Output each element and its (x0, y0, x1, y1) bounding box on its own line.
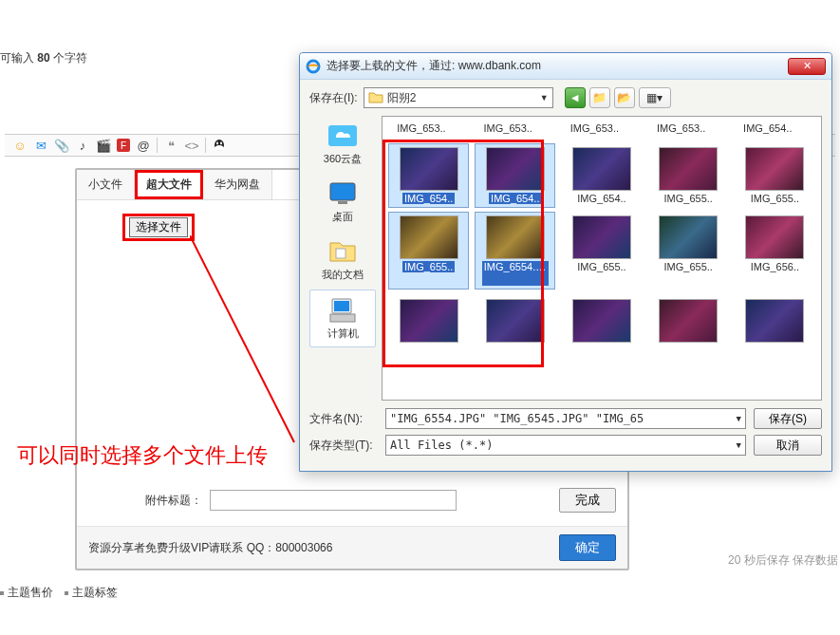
video-icon[interactable]: 🎬 (96, 138, 111, 153)
svg-rect-10 (336, 249, 345, 258)
back-button[interactable]: ◄ (565, 87, 586, 108)
file-list[interactable]: IMG_653..IMG_653..IMG_653..IMG_653..IMG_… (382, 116, 822, 401)
flash-icon[interactable]: F (117, 139, 130, 152)
file-thumbnail (486, 215, 545, 259)
dialog-titlebar[interactable]: 选择要上载的文件，通过: www.dbank.com ✕ (300, 53, 831, 80)
desktop-icon (327, 179, 359, 208)
vip-contact-text: 资源分享者免费升级VIP请联系 QQ：800003066 (88, 540, 332, 556)
computer-icon (327, 296, 359, 325)
file-thumbnail (745, 299, 804, 343)
sidebar-item-cloud[interactable]: 360云盘 (309, 116, 376, 172)
file-thumbnail (745, 215, 804, 259)
file-item[interactable]: IMG_654.. (561, 143, 642, 208)
tab-large-file[interactable]: 超大文件 (135, 170, 203, 199)
autosave-hint: 20 秒后保存 保存数据 (728, 552, 838, 569)
separator (205, 138, 206, 153)
choose-file-button[interactable]: 选择文件 (129, 217, 188, 237)
topic-price[interactable]: 主题售价 (0, 585, 53, 601)
attach-title-label: 附件标题： (145, 493, 202, 509)
file-item[interactable]: IMG_655.. (648, 143, 729, 208)
file-name-partial[interactable]: IMG_654.. (735, 122, 801, 134)
file-name-partial[interactable]: IMG_653.. (561, 122, 627, 134)
file-item[interactable] (561, 295, 642, 346)
svg-rect-13 (330, 314, 355, 322)
svg-point-1 (215, 145, 224, 151)
attachment-icon[interactable]: 📎 (54, 138, 69, 153)
qq-icon[interactable] (212, 138, 227, 153)
svg-point-3 (220, 142, 222, 145)
file-thumbnail (572, 147, 631, 191)
file-item[interactable]: IMG_6554.JPG (475, 212, 555, 289)
file-thumbnail (400, 147, 458, 191)
file-name-partial[interactable]: IMG_653.. (648, 122, 715, 134)
cancel-button[interactable]: 取消 (754, 435, 822, 456)
sidebar-item-mydocs[interactable]: 我的文档 (309, 232, 376, 288)
file-item[interactable]: IMG_654.. (388, 143, 469, 208)
places-sidebar: 360云盘 桌面 我的文档 计算机 (309, 116, 376, 401)
filename-input[interactable]: "IMG_6554.JPG" "IMG_6545.JPG" "IMG_65▼ (385, 408, 746, 429)
smile-icon[interactable]: ☺ (12, 138, 28, 153)
close-button[interactable]: ✕ (788, 58, 826, 75)
confirm-button[interactable]: 确定 (559, 534, 616, 561)
svg-rect-7 (330, 183, 355, 200)
file-name: IMG_655.. (663, 193, 715, 204)
file-item[interactable]: IMG_655.. (735, 143, 815, 208)
file-item[interactable] (388, 295, 469, 346)
sidebar-item-desktop[interactable]: 桌面 (309, 174, 376, 230)
file-open-dialog: 选择要上载的文件，通过: www.dbank.com ✕ 保存在(I): 阳朔2… (299, 52, 832, 472)
music-icon[interactable]: ♪ (75, 138, 90, 153)
file-item[interactable]: IMG_655.. (648, 212, 729, 289)
attach-title-input[interactable] (210, 490, 457, 511)
char-limit-hint: 可输入 80 个字符 (0, 50, 87, 66)
file-name: IMG_654.. (489, 193, 541, 204)
file-name-partial[interactable]: IMG_653.. (475, 122, 541, 134)
quote-icon[interactable]: ❝ (163, 138, 178, 153)
file-thumbnail (745, 147, 804, 191)
file-thumbnail (486, 299, 545, 343)
file-thumbnail (659, 147, 718, 191)
at-icon[interactable]: @ (136, 138, 151, 153)
tab-huawei-disk[interactable]: 华为网盘 (203, 170, 272, 199)
cloud-disk-icon (327, 121, 359, 150)
tab-small-file[interactable]: 小文件 (77, 170, 135, 199)
file-thumbnail (659, 215, 718, 259)
sidebar-item-computer[interactable]: 计算机 (309, 289, 376, 347)
file-name-partial[interactable]: IMG_653.. (388, 122, 455, 134)
code-icon[interactable]: <> (184, 138, 199, 153)
chevron-down-icon: ▼ (737, 414, 741, 423)
file-item[interactable]: IMG_654.. (475, 143, 555, 208)
topic-tags[interactable]: 主题标签 (65, 585, 118, 601)
save-button[interactable]: 保存(S) (754, 408, 822, 429)
file-item[interactable]: IMG_656.. (735, 212, 815, 289)
file-thumbnail (572, 215, 631, 259)
file-thumbnail (400, 215, 458, 259)
file-thumbnail (659, 299, 718, 343)
file-thumbnail (486, 147, 545, 191)
bottom-options: 主题售价 主题标签 (0, 585, 118, 601)
view-mode-button[interactable]: ▦▾ (639, 87, 671, 108)
done-button[interactable]: 完成 (559, 488, 616, 513)
file-item[interactable]: IMG_655.. (388, 212, 469, 289)
ie-icon (306, 59, 321, 74)
svg-rect-12 (334, 301, 349, 311)
file-name: IMG_655.. (402, 261, 455, 272)
folder-combo[interactable]: 阳朔2 ▼ (364, 87, 553, 108)
file-item[interactable] (735, 295, 815, 346)
svg-rect-9 (338, 201, 347, 204)
file-thumbnail (400, 299, 458, 343)
envelope-icon[interactable]: ✉ (33, 138, 48, 153)
file-item[interactable] (648, 295, 729, 346)
file-item[interactable] (475, 295, 555, 346)
choose-file-highlight: 选择文件 (122, 214, 195, 241)
up-folder-button[interactable]: 📁 (589, 87, 610, 108)
documents-icon (327, 237, 359, 266)
folder-icon (368, 90, 383, 105)
new-folder-button[interactable]: 📂 (614, 87, 635, 108)
file-name: IMG_654.. (402, 193, 455, 204)
dialog-title: 选择要上载的文件，通过: www.dbank.com (327, 58, 788, 74)
file-name: IMG_655.. (663, 261, 715, 272)
file-item[interactable]: IMG_655.. (561, 212, 642, 289)
file-name: IMG_656.. (749, 261, 801, 272)
filetype-select[interactable]: All Files (*.*)▼ (385, 435, 746, 456)
filename-label: 文件名(N): (309, 411, 378, 427)
